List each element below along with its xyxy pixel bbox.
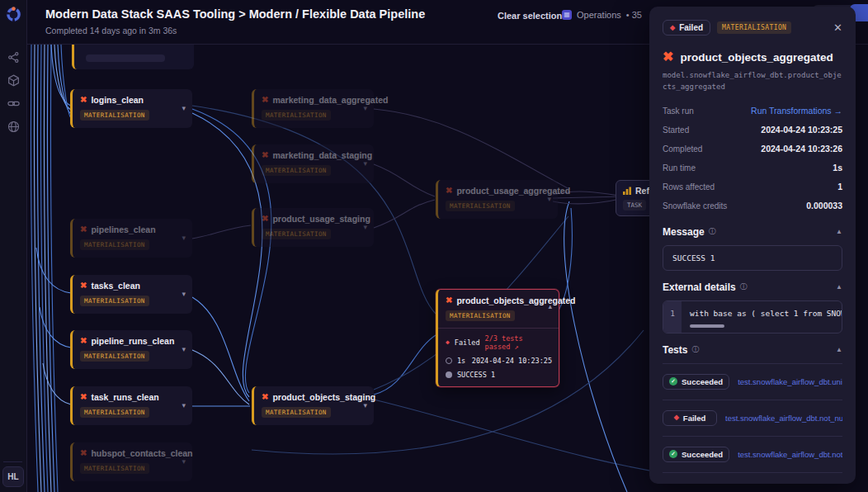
detail-row: Started2024-04-24 10:23:25 [663, 121, 842, 140]
sidebar-divider [3, 461, 22, 462]
dbt-icon: ✖ [663, 50, 673, 64]
external-details-section-header: External details ⓘ ▲ [663, 281, 842, 293]
check-circle-icon: ✓ [669, 450, 677, 458]
chevron-down-icon[interactable]: ▾ [363, 224, 367, 231]
horizontal-scrollbar[interactable] [690, 324, 724, 328]
operations-label: Operations [577, 10, 621, 20]
test-link[interactable]: test.snowflake_airflow_dbt.not_null_pr [738, 450, 842, 459]
chevron-down-icon[interactable]: ▾ [363, 160, 367, 168]
chevron-down-icon[interactable]: ▾ [182, 291, 186, 298]
node-title: logins_clean [91, 95, 186, 105]
node-title: product_objects_staging [272, 392, 375, 402]
node-type-badge: MATERIALISATION [80, 110, 149, 121]
dag-node-product-objects-staging[interactable]: ✖product_objects_staging ▾ MATERIALISATI… [252, 386, 374, 425]
test-link[interactable]: test.snowflake_airflow_dbt.not_null_pr [725, 414, 842, 423]
chevron-down-icon[interactable]: ▾ [547, 196, 551, 203]
environments-globe-icon[interactable] [7, 121, 20, 133]
sidebar: HL [0, 0, 27, 492]
chevron-down-icon[interactable]: ▾ [363, 105, 367, 112]
dag-node-product-usage-aggregated[interactable]: ✖product_usage_aggregated ▾ MATERIALISAT… [436, 180, 558, 219]
collapse-icon[interactable]: ▲ [836, 228, 842, 235]
dbt-icon: ✖ [80, 281, 87, 290]
message-dot-icon [446, 371, 452, 378]
node-title: product_usage_staging [272, 214, 370, 224]
chevron-down-icon[interactable]: ▾ [182, 234, 186, 242]
dag-node-marketing-data-staging[interactable]: ✖marketing_data_staging ▾ MATERIALISATIO… [252, 144, 374, 183]
node-type-badge: MATERIALISATION [80, 407, 149, 418]
collapse-icon[interactable]: ▲ [836, 346, 842, 353]
detail-row: Task runRun Transformations → [663, 102, 842, 121]
connections-link-icon[interactable] [7, 97, 20, 110]
node-title: tasks_clean [91, 281, 186, 291]
node-title: marketing_data_aggregated [272, 95, 388, 105]
code-line: with base as ( select 1 from SNOWFLAKE [690, 309, 842, 318]
test-row: ✓Succeeded test.snowflake_airflow_dbt.no… [663, 437, 842, 473]
clear-selection-button[interactable]: Clear selection [498, 11, 562, 21]
dag-node-logins-clean[interactable]: ✖logins_clean ▾ MATERIALISATION [70, 89, 192, 128]
dbt-icon: ✖ [80, 393, 87, 401]
chevron-down-icon[interactable]: ▾ [182, 458, 186, 466]
tests-section-header: Tests ⓘ ▲ [663, 344, 842, 356]
dbt-icon: ✖ [262, 393, 268, 401]
operations-counter[interactable]: ▦ Operations • 35 [562, 10, 642, 20]
chevron-down-icon[interactable]: ▾ [363, 402, 367, 409]
message-section-header: Message ⓘ ▲ [663, 226, 842, 238]
node-title: pipelines_clean [91, 225, 186, 234]
test-link[interactable]: test.snowflake_airflow_dbt.unique_pro [738, 377, 842, 386]
node-type-badge: TASK [623, 200, 646, 211]
dag-node-product-usage-staging[interactable]: ✖product_usage_staging ▾ MATERIALISATION [252, 208, 374, 247]
chevron-up-icon[interactable]: ▴ [548, 303, 552, 310]
node-title: pipeline_runs_clean [91, 336, 186, 346]
node-type-badge: MATERIALISATION [80, 296, 149, 306]
test-row: ✓Succeeded test.snowflake_airflow_dbt.un… [663, 364, 842, 400]
info-icon: ⓘ [740, 281, 748, 292]
node-type-badge: MATERIALISATION [446, 310, 515, 321]
chevron-down-icon[interactable]: ▾ [182, 402, 186, 409]
detail-row: Run time1s [663, 158, 842, 177]
node-divider [438, 328, 559, 329]
dag-node-tasks-clean[interactable]: ✖tasks_clean ▾ MATERIALISATION [70, 275, 192, 314]
dag-node-pipelines-clean[interactable]: ✖pipelines_clean ▾ MATERIALISATION [70, 219, 192, 258]
user-avatar[interactable]: HL [2, 466, 24, 487]
dag-node-marketing-data-aggregated[interactable]: ✖marketing_data_aggregated ▾ MATERIALISA… [252, 89, 374, 128]
chevron-down-icon[interactable]: ▾ [182, 105, 186, 112]
close-icon[interactable]: ✕ [833, 22, 842, 33]
app-logo-icon[interactable] [5, 6, 22, 23]
node-title: product_objects_aggregated [456, 296, 575, 305]
status-badge: ◆Failed [663, 20, 710, 35]
node-runtime: 1s [457, 357, 465, 365]
breadcrumb: Modern Data Stack SAAS Tooling > Modern … [45, 7, 425, 21]
node-title: task_runs_clean [91, 392, 186, 402]
tests-summary-link[interactable]: 2/3 tests passed ↗ [485, 334, 552, 351]
sql-code-block: 1 with base as ( select 1 from SNOWFLAKE [663, 300, 842, 334]
test-status-badge: ◆Failed [663, 410, 717, 426]
failed-diamond-icon: ◆ [670, 25, 675, 31]
failed-diamond-icon: ◆ [674, 414, 679, 421]
chevron-down-icon[interactable]: ▾ [182, 346, 186, 353]
run-details: Task runRun Transformations → Started202… [663, 102, 842, 215]
node-type-badge: MATERIALISATION [262, 110, 331, 121]
node-title: hubspot_contacts_clean [91, 448, 192, 458]
dbt-icon: ✖ [80, 225, 87, 234]
dbt-icon: ✖ [80, 96, 87, 104]
clock-icon [446, 357, 452, 364]
task-run-link[interactable]: Run Transformations → [751, 106, 842, 116]
dag-node-task-runs-clean[interactable]: ✖task_runs_clean ▾ MATERIALISATION [70, 386, 192, 425]
pipeline-graph-icon[interactable] [7, 51, 20, 64]
dag-node-hubspot-contacts-clean[interactable]: ✖hubspot_contacts_clean ▾ MATERIALISATIO… [70, 442, 192, 481]
test-status-badge: ✓Succeeded [663, 374, 729, 390]
dbt-icon: ✖ [446, 187, 452, 195]
detail-row: Completed2024-04-24 10:23:26 [663, 140, 842, 158]
run-summary: Completed 14 days ago in 3m 36s [45, 26, 177, 35]
test-row: ◆Failed test.snowflake_airflow_dbt.not_n… [663, 400, 842, 437]
materialisation-badge: MATERIALISATION [717, 21, 791, 34]
operations-count: • 35 [626, 10, 642, 20]
model-path: model.snowflake_airflow_dbt.product_obje… [663, 70, 842, 93]
collapse-icon[interactable]: ▲ [836, 283, 842, 291]
node-type-badge: MATERIALISATION [262, 165, 331, 176]
integrations-cube-icon[interactable] [7, 74, 20, 87]
dag-node-pipeline-runs-clean[interactable]: ✖pipeline_runs_clean ▾ MATERIALISATION [70, 330, 192, 369]
node-type-badge: MATERIALISATION [80, 239, 149, 250]
check-circle-icon: ✓ [669, 377, 677, 386]
dag-node-product-objects-aggregated-selected[interactable]: ✖product_objects_aggregated ▴ MATERIALIS… [436, 289, 559, 387]
